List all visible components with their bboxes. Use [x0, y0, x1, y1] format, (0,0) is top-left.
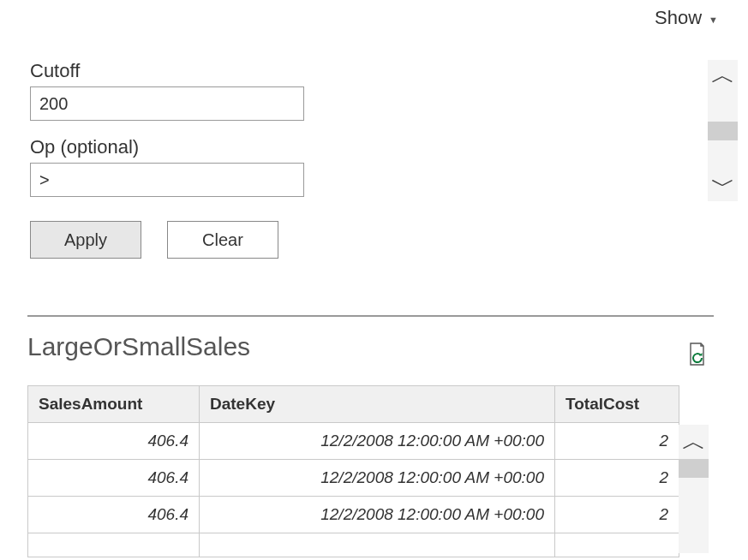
col-header-salesamount[interactable]: SalesAmount [28, 386, 200, 423]
clear-button[interactable]: Clear [167, 221, 278, 259]
cell-salesamount: 406.4 [28, 497, 200, 533]
result-table: SalesAmount DateKey TotalCost 406.4 12/2… [27, 385, 679, 557]
col-header-datekey[interactable]: DateKey [200, 386, 555, 423]
col-header-totalcost[interactable]: TotalCost [555, 386, 679, 423]
cell-datekey: 12/2/2008 12:00:00 AM +00:00 [200, 497, 555, 533]
cell-datekey: 12/2/2008 12:00:00 AM +00:00 [200, 423, 555, 460]
apply-button[interactable]: Apply [30, 221, 141, 259]
table-header-row: SalesAmount DateKey TotalCost [28, 386, 679, 423]
chevron-down-icon: ▼ [709, 15, 718, 25]
section-divider [27, 315, 714, 317]
table-row [28, 533, 679, 557]
refresh-icon[interactable] [686, 343, 707, 366]
show-menu-label: Show [655, 7, 702, 29]
cell-salesamount: 406.4 [28, 423, 200, 460]
op-label: Op (optional) [30, 136, 698, 158]
cutoff-label: Cutoff [30, 60, 698, 82]
cell-totalcost: 2 [555, 497, 679, 533]
params-scrollbar[interactable]: ︿ ﹀ [708, 60, 738, 201]
cell-salesamount: 406.4 [28, 460, 200, 497]
scroll-up-icon[interactable]: ︿ [682, 430, 706, 454]
result-title: LargeOrSmallSales [27, 332, 250, 361]
show-menu[interactable]: Show ▼ [655, 7, 718, 29]
op-input[interactable] [30, 163, 304, 197]
table-scrollbar[interactable]: ︿ [679, 425, 709, 553]
cutoff-input[interactable] [30, 86, 304, 121]
cell-datekey: 12/2/2008 12:00:00 AM +00:00 [200, 460, 555, 497]
scroll-up-icon[interactable]: ︿ [711, 63, 735, 87]
cell-totalcost: 2 [555, 423, 679, 460]
scroll-down-icon[interactable]: ﹀ [711, 174, 735, 198]
table-row[interactable]: 406.4 12/2/2008 12:00:00 AM +00:00 2 [28, 497, 679, 533]
table-row[interactable]: 406.4 12/2/2008 12:00:00 AM +00:00 2 [28, 460, 679, 497]
scroll-thumb[interactable] [679, 459, 709, 478]
table-row[interactable]: 406.4 12/2/2008 12:00:00 AM +00:00 2 [28, 423, 679, 460]
cell-totalcost: 2 [555, 460, 679, 497]
scroll-thumb[interactable] [708, 122, 738, 140]
